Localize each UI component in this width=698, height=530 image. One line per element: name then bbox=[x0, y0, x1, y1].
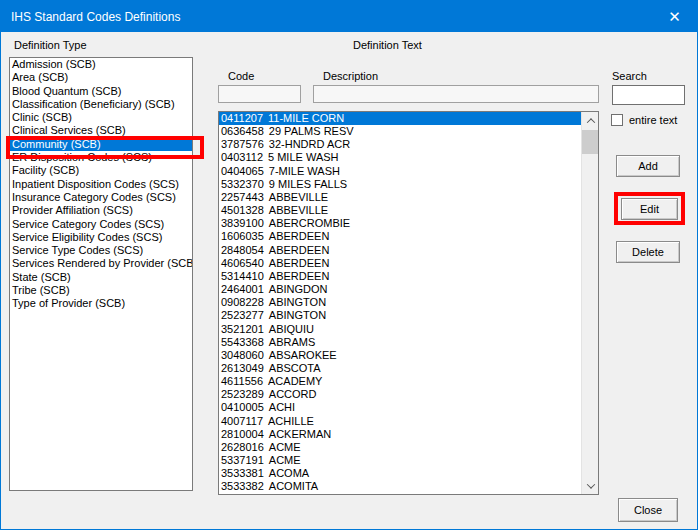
definition-description: ABSCOTA bbox=[269, 362, 321, 374]
definition-code: 0410005 bbox=[221, 401, 264, 413]
definition-type-item[interactable]: Service Category Codes (SCS) bbox=[10, 218, 192, 231]
definition-type-label: Definition Type bbox=[14, 39, 87, 51]
definition-code: 5337191 bbox=[221, 454, 264, 466]
scroll-up-button[interactable] bbox=[582, 112, 599, 129]
definition-code: 4501328 bbox=[221, 204, 264, 216]
description-field bbox=[313, 85, 599, 103]
definition-description: 11-MILE CORN bbox=[268, 112, 344, 124]
definition-item[interactable]: 5314410ABERDEEN bbox=[219, 270, 581, 283]
definition-item[interactable]: 3533381ACOMA bbox=[219, 467, 581, 480]
definition-item[interactable]: 53323709 MILES FALLS bbox=[219, 178, 581, 191]
definition-description: ACHILLE bbox=[268, 415, 314, 427]
definition-code: 1606035 bbox=[221, 230, 264, 242]
definition-code: 2810004 bbox=[221, 428, 264, 440]
definition-item[interactable]: 2523289ACCORD bbox=[219, 388, 581, 401]
definition-item[interactable]: 5337191ACME bbox=[219, 454, 581, 467]
definition-item[interactable]: 2257443ABBEVILLE bbox=[219, 191, 581, 204]
definition-item[interactable]: 4501328ABBEVILLE bbox=[219, 204, 581, 217]
definition-description: ABRAMS bbox=[269, 336, 315, 348]
definition-item[interactable]: 2613049ABSCOTA bbox=[219, 362, 581, 375]
definition-type-item[interactable]: State (SCB) bbox=[10, 271, 192, 284]
list-scrollbar[interactable] bbox=[581, 112, 598, 494]
definition-code: 2257443 bbox=[221, 191, 264, 203]
definition-description: 9 MILES FALLS bbox=[269, 178, 347, 190]
definition-type-item[interactable]: Type of Provider (SCB) bbox=[10, 297, 192, 310]
definition-code: 2613049 bbox=[221, 362, 264, 374]
search-input[interactable] bbox=[612, 85, 685, 105]
dialog-window: IHS Standard Codes Definitions ✕ Definit… bbox=[0, 0, 698, 530]
definition-description: 7-MILE WASH bbox=[269, 165, 340, 177]
definition-item[interactable]: 3533382ACOMITA bbox=[219, 480, 581, 493]
definition-item[interactable]: 0908228ABINGTON bbox=[219, 296, 581, 309]
definition-description: ABERDEEN bbox=[269, 230, 330, 242]
definition-description: ABSAROKEE bbox=[269, 349, 337, 361]
definition-item[interactable]: 04040657-MILE WASH bbox=[219, 165, 581, 178]
definition-description: ABERDEEN bbox=[269, 244, 330, 256]
definition-item[interactable]: 2628016ACME bbox=[219, 441, 581, 454]
chevron-down-icon bbox=[586, 480, 594, 488]
definition-code: 5543368 bbox=[221, 336, 264, 348]
definition-code: 0636458 bbox=[221, 125, 264, 137]
definition-type-item[interactable]: Blood Quantum (SCB) bbox=[10, 85, 192, 98]
definition-type-item[interactable]: Facility (SCB) bbox=[10, 164, 192, 177]
definition-item[interactable]: 063645829 PALMS RESV bbox=[219, 125, 581, 138]
definition-code: 3048060 bbox=[221, 349, 264, 361]
definition-type-item[interactable]: Admission (SCB) bbox=[10, 58, 192, 71]
definition-type-item[interactable]: Clinic (SCB) bbox=[10, 111, 192, 124]
definition-type-item[interactable]: Inpatient Disposition Codes (SCS) bbox=[10, 178, 192, 191]
definition-type-item[interactable]: Service Type Codes (SCS) bbox=[10, 244, 192, 257]
definition-item[interactable]: 3048060ABSAROKEE bbox=[219, 349, 581, 362]
highlight-box-edit-button bbox=[614, 192, 685, 225]
close-window-icon[interactable]: ✕ bbox=[652, 1, 697, 32]
definition-item[interactable]: 04031125 MILE WASH bbox=[219, 151, 581, 164]
definition-description: ABERDEEN bbox=[269, 257, 330, 269]
definition-item[interactable]: 0410005ACHI bbox=[219, 401, 581, 414]
definition-description: 32-HNDRD ACR bbox=[269, 138, 350, 150]
scrollbar-thumb[interactable] bbox=[582, 130, 599, 154]
definition-description: ACKERMAN bbox=[269, 428, 331, 440]
definition-item[interactable]: 041120711-MILE CORN bbox=[219, 112, 581, 125]
definition-description: 29 PALMS RESV bbox=[269, 125, 354, 137]
titlebar[interactable]: IHS Standard Codes Definitions bbox=[1, 1, 697, 32]
definition-type-item[interactable]: Service Eligibility Codes (SCS) bbox=[10, 231, 192, 244]
definition-type-item[interactable]: Area (SCB) bbox=[10, 71, 192, 84]
definition-code: 3533382 bbox=[221, 480, 264, 492]
definition-type-item[interactable]: Services Rendered by Provider (SCB) bbox=[10, 257, 192, 270]
definition-description: ACOMA bbox=[269, 467, 309, 479]
definition-item[interactable]: 3521201ABIQUIU bbox=[219, 323, 581, 336]
definition-description: ACHI bbox=[269, 401, 295, 413]
definition-type-item[interactable]: Provider Affiliation (SCS) bbox=[10, 204, 192, 217]
definition-item[interactable]: 1606035ABERDEEN bbox=[219, 230, 581, 243]
definition-item[interactable]: 2523277ABINGTON bbox=[219, 309, 581, 322]
definition-item[interactable]: 3839100ABERCROMBIE bbox=[219, 217, 581, 230]
search-label: Search bbox=[612, 70, 647, 82]
definition-item[interactable]: 5543368ABRAMS bbox=[219, 336, 581, 349]
definition-item[interactable]: 4606540ABERDEEN bbox=[219, 257, 581, 270]
definition-code: 5314410 bbox=[221, 270, 264, 282]
definition-code: 3787576 bbox=[221, 138, 264, 150]
definition-item[interactable]: 4611556ACADEMY bbox=[219, 375, 581, 388]
definition-item[interactable]: 2464001ABINGDON bbox=[219, 283, 581, 296]
definition-description: ABIQUIU bbox=[269, 323, 314, 335]
close-button[interactable]: Close bbox=[618, 498, 678, 522]
delete-button[interactable]: Delete bbox=[616, 241, 680, 263]
definition-item[interactable]: 2848054ABERDEEN bbox=[219, 244, 581, 257]
add-button[interactable]: Add bbox=[616, 155, 680, 177]
definition-description: ABINGTON bbox=[269, 309, 326, 321]
definition-text-listbox[interactable]: 041120711-MILE CORN063645829 PALMS RESV3… bbox=[218, 111, 599, 495]
entire-text-checkbox[interactable] bbox=[611, 114, 623, 126]
definition-type-item[interactable]: Classification (Beneficiary) (SCB) bbox=[10, 98, 192, 111]
definition-item[interactable]: 4007117ACHILLE bbox=[219, 415, 581, 428]
definition-description: ACME bbox=[269, 441, 301, 453]
scroll-down-button[interactable] bbox=[582, 477, 599, 494]
definition-code: 3839100 bbox=[221, 217, 264, 229]
definition-item[interactable]: 378757632-HNDRD ACR bbox=[219, 138, 581, 151]
definition-code: 2848054 bbox=[221, 244, 264, 256]
code-field bbox=[218, 85, 301, 103]
definition-type-listbox[interactable]: Admission (SCB)Area (SCB)Blood Quantum (… bbox=[9, 57, 193, 491]
definition-type-item[interactable]: Tribe (SCB) bbox=[10, 284, 192, 297]
definition-type-item[interactable]: Insurance Category Codes (SCS) bbox=[10, 191, 192, 204]
definition-code: 4007117 bbox=[221, 415, 263, 427]
definition-description: ABINGTON bbox=[269, 296, 326, 308]
definition-item[interactable]: 2810004ACKERMAN bbox=[219, 428, 581, 441]
